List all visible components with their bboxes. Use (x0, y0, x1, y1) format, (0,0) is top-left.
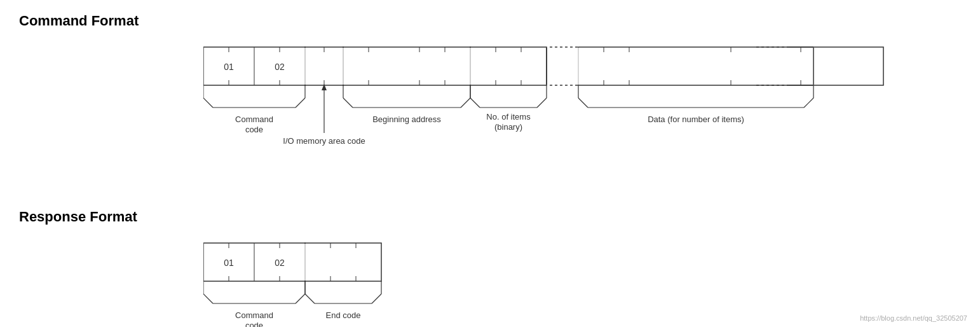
svg-line-93 (305, 294, 315, 303)
command-format-title: Command Format (19, 13, 961, 29)
svg-text:01: 01 (224, 62, 234, 72)
command-format-section: Command Format 01 02 (19, 13, 961, 190)
watermark: https://blog.csdn.net/qq_32505207 (860, 314, 967, 322)
svg-rect-8 (305, 47, 343, 85)
svg-line-52 (343, 98, 353, 108)
command-format-svg: 01 02 (203, 41, 902, 187)
page-container: Command Format 01 02 (0, 0, 980, 327)
svg-line-62 (578, 98, 588, 108)
svg-line-57 (470, 98, 480, 108)
svg-text:01: 01 (224, 258, 234, 268)
svg-rect-29 (578, 47, 883, 85)
svg-text:02: 02 (275, 62, 285, 72)
command-format-diagram: 01 02 (203, 41, 902, 190)
svg-rect-12 (343, 47, 470, 85)
response-format-section: Response Format 01 02 (19, 209, 961, 327)
svg-text:02: 02 (275, 258, 285, 268)
svg-text:Data (for number of items): Data (for number of items) (648, 115, 744, 124)
svg-line-47 (296, 98, 305, 108)
svg-rect-81 (305, 243, 381, 281)
svg-line-88 (203, 294, 213, 303)
svg-line-90 (296, 294, 305, 303)
svg-line-45 (203, 98, 213, 108)
svg-text:Command: Command (235, 310, 273, 320)
svg-text:code: code (245, 321, 263, 327)
svg-line-54 (461, 98, 470, 108)
svg-text:Command: Command (235, 115, 273, 124)
response-format-title: Response Format (19, 209, 961, 225)
svg-text:End code: End code (326, 310, 361, 320)
svg-line-59 (537, 98, 547, 108)
svg-text:(binary): (binary) (494, 122, 522, 132)
svg-text:No. of items: No. of items (486, 112, 531, 122)
svg-text:code: code (245, 125, 263, 134)
response-format-diagram: 01 02 (203, 237, 521, 327)
response-format-svg: 01 02 (203, 237, 521, 327)
svg-rect-20 (470, 47, 547, 85)
svg-text:Beginning address: Beginning address (372, 115, 441, 124)
svg-text:I/O memory area code: I/O memory area code (283, 136, 365, 146)
svg-line-64 (804, 98, 813, 108)
svg-line-95 (372, 294, 381, 303)
